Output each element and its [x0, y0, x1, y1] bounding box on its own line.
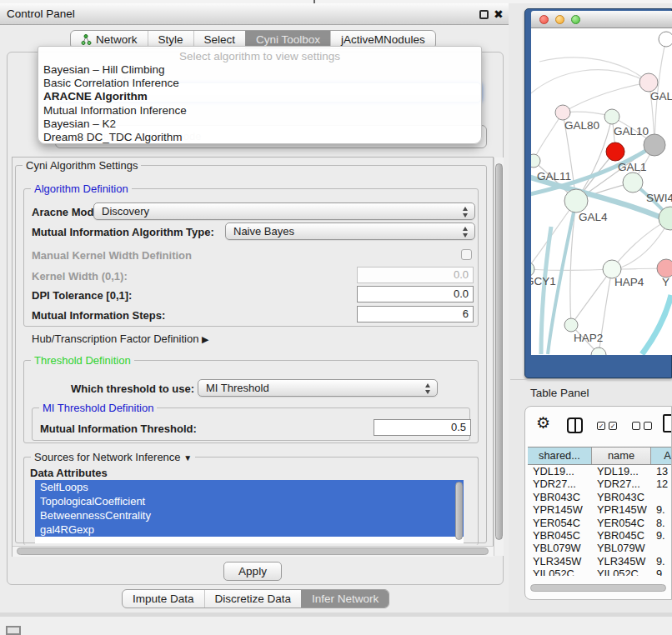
manual-kernel-checkbox[interactable] — [461, 249, 472, 260]
minimize-traffic-light-icon[interactable] — [555, 15, 564, 24]
table-row[interactable]: YBR043CYBR043C — [528, 491, 672, 503]
network-node[interactable] — [659, 32, 672, 47]
mi-type-label: Mutual Information Algorithm Type: — [32, 226, 214, 238]
network-node-hap2[interactable] — [564, 318, 578, 332]
mi-type-select[interactable]: Naive Bayes — [225, 222, 475, 240]
table-cell: YDR27... — [592, 478, 651, 490]
algorithm-option-bayesian-k2[interactable]: Bayesian – K2 — [38, 118, 481, 131]
node-label-gal4: GAL4 — [579, 211, 608, 223]
algorithm-option-aracne-algorithm[interactable]: ARACNE Algorithm — [38, 90, 481, 103]
network-window[interactable]: GALGAL80GAL10GAL1GAL11SWI4GAL4GCY1HAP4YH… — [524, 8, 672, 378]
column-header-name[interactable]: name — [592, 448, 651, 464]
mi-steps-label: Mutual Information Steps: — [32, 309, 165, 322]
tab-label: Infer Network — [312, 590, 379, 608]
deselect-all-icon[interactable] — [632, 422, 652, 430]
table-row[interactable]: YER054CYER054C8. — [528, 517, 672, 529]
network-node-gal[interactable] — [639, 73, 658, 92]
data-attributes-list[interactable]: SelfLoopsTopologicalCoefficientBetweenne… — [35, 480, 464, 543]
network-canvas[interactable]: GALGAL80GAL10GAL1GAL11SWI4GAL4GCY1HAP4YH… — [531, 28, 672, 355]
kernel-width-input[interactable]: 0.0 — [357, 267, 474, 283]
node-label-gal10: GAL10 — [614, 125, 649, 138]
network-node-y[interactable] — [657, 259, 672, 278]
control-panel-title: Control Panel — [7, 8, 75, 20]
table-cell: 9. — [651, 503, 672, 516]
table-cell: 8. — [651, 517, 672, 529]
tab-infer-network[interactable]: Infer Network — [301, 590, 389, 608]
algorithm-option-dream8-dc-tdc-algorithm[interactable]: Dream8 DC_TDC Algorithm — [38, 131, 481, 144]
select-all-icon[interactable]: ✓✓ — [597, 422, 617, 430]
network-edge[interactable] — [571, 269, 612, 325]
aracne-mode-value: Discovery — [102, 205, 149, 218]
algorithm-option-mutual-information-inference[interactable]: Mutual Information Inference — [38, 104, 481, 118]
split-view-icon[interactable] — [567, 418, 583, 433]
algorithm-popup-items: Bayesian – Hill ClimbingBasic Correlatio… — [38, 63, 481, 144]
corner-grip[interactable] — [6, 626, 21, 635]
network-node-gal11[interactable] — [531, 154, 540, 168]
node-label-gcy1: GCY1 — [531, 275, 556, 288]
column-header-a[interactable]: A — [651, 448, 672, 464]
kernel-width-label: Kernel Width (0,1): — [32, 270, 128, 282]
collapse-arrow-icon: ▼ — [183, 453, 192, 462]
network-node-gal1[interactable] — [606, 142, 624, 161]
network-node-gal10[interactable] — [604, 109, 619, 124]
attributes-scrollbar-thumb[interactable] — [455, 482, 463, 540]
network-node-gal4[interactable] — [564, 189, 588, 212]
mi-threshold-input[interactable]: 0.5 — [374, 419, 471, 436]
attribute-selfloops[interactable]: SelfLoops — [35, 480, 464, 494]
table-row[interactable]: YLR345WYLR345W9. — [528, 555, 672, 568]
close-icon[interactable]: ✖ — [494, 6, 504, 22]
close-traffic-light-icon[interactable] — [539, 15, 549, 24]
table-row[interactable]: YIL052CYIL052C9 — [528, 568, 672, 576]
network-graph[interactable]: GALGAL80GAL10GAL1GAL11SWI4GAL4GCY1HAP4YH… — [531, 28, 672, 355]
apply-button[interactable]: Apply — [223, 562, 282, 581]
table-row[interactable]: YBL079WYBL079W — [528, 542, 672, 554]
combo-arrows-icon — [425, 383, 431, 394]
table-hscrollbar-thumb[interactable] — [530, 584, 666, 592]
vertical-scrollbar-thumb[interactable] — [495, 163, 503, 540]
which-threshold-select[interactable]: MI Threshold — [198, 379, 438, 397]
table-row[interactable]: YDR27...YDR27...12 — [528, 478, 672, 490]
horizontal-scrollbar-thumb[interactable] — [17, 548, 489, 555]
network-node-swi4[interactable] — [623, 172, 643, 192]
algorithm-option-basic-correlation-inference[interactable]: Basic Correlation Inference — [38, 77, 481, 90]
attribute-gal4rgexp[interactable]: gal4RGexp — [35, 522, 464, 537]
network-edge[interactable] — [642, 295, 671, 354]
table-row[interactable]: YPR145WYPR145W9. — [528, 503, 672, 516]
hub-definition-toggle[interactable]: Hub/Transcription Factor Definition ▶ — [32, 332, 208, 345]
dpi-tolerance-label: DPI Tolerance [0,1]: — [32, 289, 132, 302]
tab-label: Discretize Data — [215, 590, 292, 608]
network-window-titlebar[interactable] — [531, 11, 672, 28]
new-table-icon[interactable] — [663, 414, 672, 432]
table-panel-title: Table Panel — [530, 387, 589, 399]
table-cell: YBR043C — [592, 491, 651, 503]
table-cell: YER054C — [592, 517, 651, 529]
sources-title-label: Sources for Network Inference — [34, 451, 181, 463]
table-row[interactable]: YBR045CYBR045C9. — [528, 529, 672, 542]
dpi-tolerance-input[interactable]: 0.0 — [357, 286, 474, 302]
aracne-mode-select[interactable]: Discovery — [93, 202, 475, 220]
table-row[interactable]: YDL19...YDL19...13 — [528, 465, 672, 478]
attribute-betweennesscentrality[interactable]: BetweennessCentrality — [35, 508, 464, 522]
sources-title[interactable]: Sources for Network Inference ▼ — [31, 451, 195, 463]
control-panel-titlebar: Control Panel — [0, 3, 509, 25]
network-edge[interactable] — [563, 82, 649, 112]
node-table: shared...nameA YDL19...YDL19...13YDR27..… — [528, 447, 672, 576]
hub-definition-label: Hub/Transcription Factor Definition — [32, 332, 198, 345]
node-label-gal: GAL — [650, 90, 672, 102]
network-edge[interactable] — [531, 70, 649, 99]
zoom-traffic-light-icon[interactable] — [571, 15, 580, 24]
settings-gear-icon[interactable]: ⚙ — [536, 413, 550, 432]
tab-discretize-data[interactable]: Discretize Data — [204, 590, 302, 608]
column-header-shared[interactable]: shared... — [528, 448, 592, 464]
table-cell: 13 — [651, 465, 672, 478]
mi-steps-input[interactable]: 6 — [357, 306, 474, 322]
network-node-gal80[interactable] — [555, 105, 570, 120]
tab-impute-data[interactable]: Impute Data — [123, 590, 204, 608]
algorithm-option-bayesian-hill-climbing[interactable]: Bayesian – Hill Climbing — [38, 63, 481, 77]
network-edge[interactable] — [531, 269, 612, 271]
table-cell: YPR145W — [592, 503, 651, 516]
which-threshold-label: Which threshold to use: — [71, 382, 194, 395]
network-edge[interactable] — [534, 112, 563, 161]
float-window-icon[interactable] — [479, 10, 489, 19]
attribute-topologicalcoefficient[interactable]: TopologicalCoefficient — [35, 494, 464, 508]
